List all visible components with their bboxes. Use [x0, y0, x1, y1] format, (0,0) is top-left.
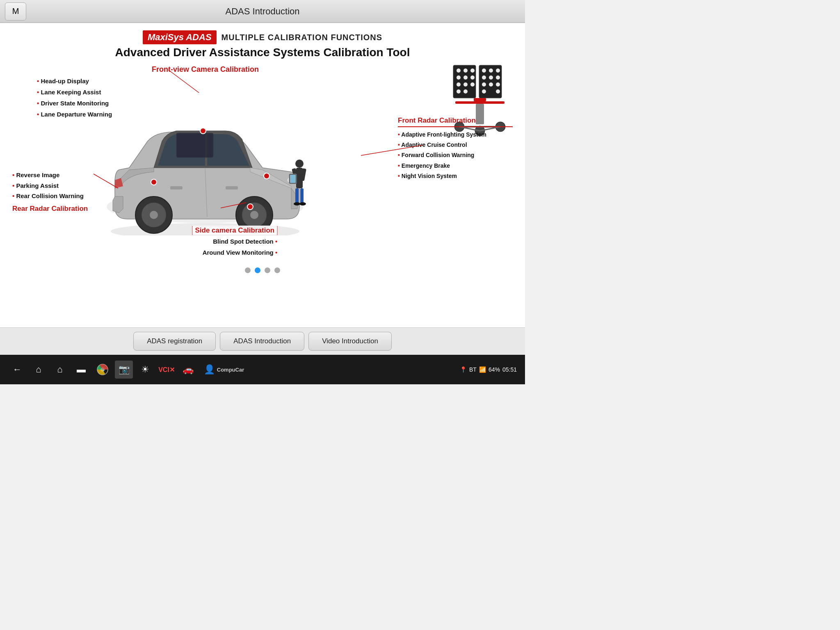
dot-1[interactable] [245, 267, 251, 273]
car-diag-button[interactable]: 🚗 [179, 361, 197, 379]
side-camera-label: Side camera Calibration [192, 226, 277, 235]
main-content: MaxiSys ADAS MULTIPLE CALIBRATION FUNCTI… [0, 23, 525, 327]
svg-point-23 [200, 128, 206, 134]
back-button[interactable]: ← [8, 361, 26, 379]
recent-apps-button[interactable]: ▬ [72, 361, 90, 379]
bottom-buttons-bar: ADAS registration ADAS Introduction Vide… [0, 327, 525, 355]
user-button[interactable]: 👤 [200, 361, 218, 379]
dot-3[interactable] [265, 267, 270, 273]
main-title: Advanced Driver Assistance Systems Calib… [12, 46, 513, 59]
svg-rect-51 [474, 98, 486, 101]
svg-point-42 [496, 68, 500, 73]
svg-point-40 [482, 68, 486, 73]
svg-point-20 [299, 202, 306, 205]
camera-button[interactable]: 📷 [115, 361, 133, 379]
svg-point-47 [489, 82, 493, 87]
top-bar: M ADAS Introduction [0, 0, 525, 23]
home2-taskbar-button[interactable]: ⌂ [51, 361, 69, 379]
svg-point-39 [463, 89, 468, 94]
feature-blind-spot: Blind Spot Detection [192, 236, 277, 247]
front-view-label-container: Front-view Camera Calibration [152, 65, 259, 74]
svg-rect-11 [226, 186, 238, 189]
svg-point-46 [482, 82, 486, 87]
bluetooth-status: BT [469, 366, 477, 373]
compucar-button[interactable]: CompuCar [221, 361, 240, 379]
battery-status: 64% [488, 366, 500, 373]
svg-point-19 [294, 202, 300, 205]
feature-rear-collision: Rear Collision Warning [12, 191, 98, 201]
taskbar-left: ← ⌂ ⌂ ▬ 📷 ☀ VCI✕ � [8, 361, 240, 379]
svg-point-26 [247, 204, 253, 210]
dot-2[interactable] [255, 267, 260, 273]
brand-line: MaxiSys ADAS MULTIPLE CALIBRATION FUNCTI… [12, 30, 513, 44]
front-view-camera-label: Front-view Camera Calibration [152, 65, 259, 73]
feature-night-vision: Night Vision System [398, 171, 513, 181]
feature-adaptive-lighting: Adaptive Front-lighting System [398, 130, 513, 140]
rear-radar-features-list: Reverse Image Parking Assist Rear Collis… [12, 170, 98, 201]
home-icon: M [12, 7, 19, 16]
user-icon: 👤 [204, 364, 215, 375]
svg-rect-22 [290, 175, 296, 183]
svg-point-41 [489, 68, 493, 73]
svg-point-49 [482, 89, 486, 94]
svg-point-48 [496, 82, 500, 87]
feature-around-view: Around View Monitoring [192, 247, 277, 258]
page-title: ADAS Introduction [226, 6, 300, 17]
chrome-icon [97, 364, 108, 375]
svg-point-13 [295, 160, 304, 168]
car-image [78, 80, 332, 244]
svg-point-31 [470, 68, 475, 73]
brand-subtitle: MULTIPLE CALIBRATION FUNCTIONS [221, 33, 383, 42]
vci-button[interactable]: VCI✕ [158, 361, 176, 379]
svg-point-29 [457, 68, 461, 73]
svg-point-37 [470, 82, 475, 87]
feature-forward-collision: Forward Collision Warning [398, 150, 513, 160]
taskbar-status: 📍 BT 📶 64% 05:51 [460, 366, 517, 373]
adas-introduction-button[interactable]: ADAS Introduction [220, 332, 304, 351]
car-svg [78, 80, 332, 235]
rear-radar-label: Rear Radar Calibration [12, 205, 98, 213]
svg-rect-16 [300, 188, 304, 205]
diagram-area: Head-up Display Lane Keeping Assist Driv… [12, 63, 513, 281]
side-camera-features-list: Blind Spot Detection Around View Monitor… [192, 236, 277, 258]
svg-rect-52 [455, 101, 504, 104]
home-taskbar-icon: ⌂ [36, 364, 41, 375]
feature-parking-assist: Parking Assist [12, 180, 98, 191]
page-dots [245, 267, 280, 273]
recent-apps-icon: ▬ [77, 364, 86, 375]
svg-point-33 [463, 75, 468, 80]
home-taskbar-button[interactable]: ⌂ [30, 361, 48, 379]
front-radar-section: Front Radar Calibration Adaptive Front-l… [398, 116, 513, 181]
wifi-icon: 📶 [479, 366, 486, 373]
feature-emergency-brake: Emergency Brake [398, 161, 513, 171]
front-radar-features-list: Adaptive Front-lighting System Adaptive … [398, 130, 513, 181]
vci-icon: VCI✕ [158, 366, 175, 374]
svg-point-4 [150, 211, 158, 219]
home-button[interactable]: M [5, 2, 26, 21]
feature-reverse-image: Reverse Image [12, 170, 98, 180]
svg-point-30 [463, 68, 468, 73]
svg-rect-8 [176, 133, 213, 158]
time-display: 05:51 [502, 366, 517, 373]
rear-radar-section: Reverse Image Parking Assist Rear Collis… [12, 170, 98, 213]
dot-4[interactable] [274, 267, 280, 273]
feature-adaptive-cruise: Adaptive Cruise Control [398, 140, 513, 150]
video-introduction-button[interactable]: Video Introduction [308, 332, 392, 351]
svg-point-50 [496, 89, 500, 94]
svg-point-32 [457, 75, 461, 80]
svg-point-38 [457, 89, 461, 94]
svg-rect-10 [170, 186, 183, 189]
svg-point-44 [489, 75, 493, 80]
home2-taskbar-icon: ⌂ [57, 364, 62, 375]
location-icon: 📍 [460, 366, 467, 373]
adas-registration-button[interactable]: ADAS registration [133, 332, 216, 351]
header-section: MaxiSys ADAS MULTIPLE CALIBRATION FUNCTI… [12, 30, 513, 59]
side-camera-section: Side camera Calibration Blind Spot Detec… [192, 226, 277, 258]
back-icon: ← [13, 364, 22, 375]
compucar-icon: CompuCar [217, 367, 244, 373]
taskbar: ← ⌂ ⌂ ▬ 📷 ☀ VCI✕ � [0, 355, 525, 384]
svg-point-43 [482, 75, 486, 80]
brightness-button[interactable]: ☀ [136, 361, 154, 379]
maxisys-badge: MaxiSys ADAS [143, 30, 217, 44]
chrome-button[interactable] [94, 361, 112, 379]
